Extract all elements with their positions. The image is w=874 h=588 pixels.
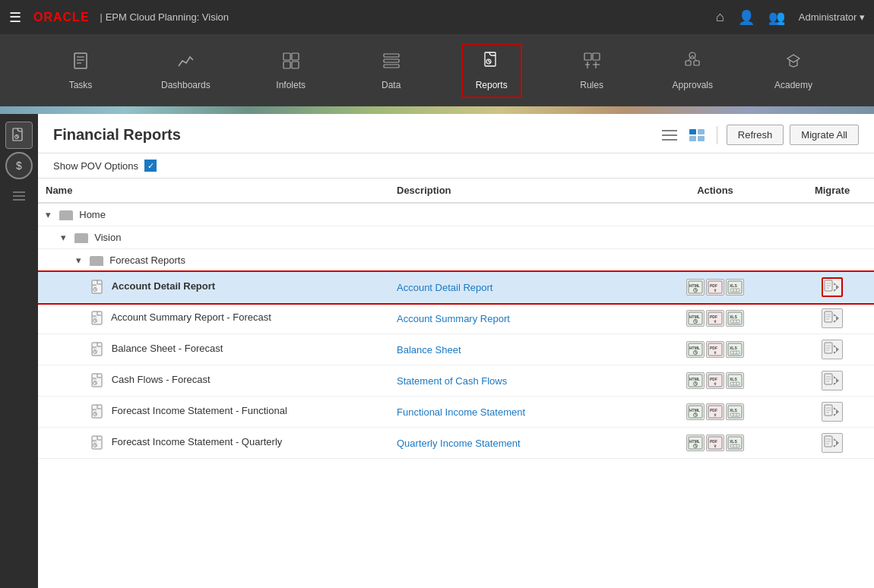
svg-text:XLS: XLS: [730, 283, 737, 288]
html-action-button[interactable]: HTML: [686, 403, 705, 420]
migrate-all-button[interactable]: Migrate All: [790, 125, 859, 145]
svg-rect-6: [283, 62, 290, 68]
grid-view-button[interactable]: [686, 126, 708, 144]
group-icon[interactable]: 👥: [768, 9, 785, 26]
pov-checkbox[interactable]: ✓: [144, 160, 157, 172]
tasks-icon: [71, 51, 90, 75]
html-action-button[interactable]: HTML: [686, 341, 705, 358]
report-description[interactable]: Account Detail Report: [397, 282, 492, 293]
home-icon[interactable]: ⌂: [716, 9, 724, 25]
user-menu[interactable]: Administrator: [799, 11, 865, 23]
person-icon[interactable]: 👤: [738, 9, 755, 26]
report-description[interactable]: Statement of Cash Flows: [397, 375, 507, 387]
nav-item-approvals[interactable]: Approvals: [662, 45, 724, 96]
decorative-banner: [0, 106, 874, 114]
hamburger-menu[interactable]: ☰: [9, 9, 21, 26]
html-action-button[interactable]: HTML: [686, 279, 705, 296]
table-row[interactable]: FR Forecast Income Statement - Functiona…: [38, 397, 874, 428]
action-icons-group: HTML PDF: [648, 372, 783, 389]
action-icons-group: HTML PDF: [648, 435, 783, 451]
migrate-button[interactable]: [822, 308, 843, 328]
svg-rect-7: [292, 62, 299, 68]
xls-action-button[interactable]: XLS: [726, 279, 744, 296]
migrate-button[interactable]: [822, 340, 843, 359]
app-title: EPM Cloud Planning: Vision: [106, 11, 229, 23]
html-action-button[interactable]: HTML: [686, 435, 705, 451]
collapse-arrow[interactable]: ▾: [76, 254, 84, 266]
svg-text:FR: FR: [93, 346, 97, 349]
toolbar: Show POV Options ✓: [38, 153, 874, 179]
pdf-action-button[interactable]: PDF: [706, 435, 724, 451]
xls-action-button[interactable]: XLS: [726, 372, 744, 389]
svg-text:XLS: XLS: [730, 408, 737, 413]
report-description[interactable]: Balance Sheet: [397, 344, 461, 356]
data-label: Data: [382, 80, 401, 90]
folder-icon: [74, 233, 88, 243]
xls-action-button[interactable]: XLS: [726, 341, 744, 358]
report-name: Account Detail Report: [112, 281, 216, 292]
svg-text:PDF: PDF: [710, 439, 717, 444]
table-row[interactable]: ▾ Vision: [38, 226, 874, 249]
academy-icon: [784, 51, 803, 75]
main-layout: $ Financial Reports Refresh Migrate All: [0, 114, 874, 588]
nav-item-infolets[interactable]: Infolets: [261, 45, 321, 96]
table-row[interactable]: ▾ Forecast Reports: [38, 249, 874, 272]
svg-text:XLS: XLS: [730, 377, 737, 381]
table-row[interactable]: FR Balance Sheet - Forecast Balance Shee…: [38, 334, 874, 365]
report-name: Forecast Income Statement - Quarterly: [112, 437, 283, 448]
nav-item-rules[interactable]: Rules: [562, 45, 622, 96]
report-description[interactable]: Functional Income Statement: [397, 406, 525, 418]
sidebar-reports-btn[interactable]: [5, 122, 33, 149]
list-view-button[interactable]: [659, 126, 680, 144]
report-file-icon: FR: [91, 311, 105, 326]
sidebar-financial-btn[interactable]: $: [5, 152, 33, 179]
report-name-cell: FR Forecast Income Statement - Functiona…: [38, 397, 389, 428]
pdf-action-button[interactable]: PDF: [706, 341, 724, 358]
col-actions: Actions: [640, 179, 790, 203]
report-description-cell: Account Summary Report: [389, 303, 640, 334]
sidebar-list-btn[interactable]: [5, 182, 33, 210]
report-name: Forecast Income Statement - Functional: [112, 406, 287, 417]
collapse-arrow[interactable]: ▾: [61, 232, 68, 243]
nav-item-dashboards[interactable]: Dashboards: [150, 45, 221, 96]
nav-item-tasks[interactable]: Tasks: [50, 45, 111, 96]
pdf-action-button[interactable]: PDF: [706, 310, 724, 327]
report-description-cell: Balance Sheet: [389, 334, 640, 365]
svg-rect-22: [686, 61, 691, 65]
nav-item-academy[interactable]: Academy: [763, 45, 824, 96]
academy-label: Academy: [774, 80, 812, 90]
table-row[interactable]: FR Cash Flows - Forecast Statement of Ca…: [38, 365, 874, 397]
collapse-arrow[interactable]: ▾: [46, 209, 53, 220]
html-action-button[interactable]: HTML: [686, 310, 705, 327]
report-actions-cell: HTML PDF: [640, 303, 790, 334]
table-row[interactable]: FR Account Summary Report - Forecast Acc…: [38, 303, 874, 334]
table-row[interactable]: ▾ Home: [38, 203, 874, 226]
html-action-button[interactable]: HTML: [686, 372, 705, 389]
migrate-button[interactable]: [822, 402, 843, 422]
report-description[interactable]: Quarterly Income Statement: [397, 438, 521, 449]
nav-item-reports[interactable]: Reports: [461, 43, 522, 98]
table-row[interactable]: FR Account Detail Report Account Detail …: [38, 272, 874, 303]
xls-action-button[interactable]: XLS: [726, 403, 744, 420]
pdf-action-button[interactable]: PDF: [706, 372, 724, 389]
top-bar: ☰ ORACLE | EPM Cloud Planning: Vision ⌂ …: [0, 0, 874, 34]
pdf-action-button[interactable]: PDF: [706, 279, 724, 296]
report-migrate-cell: [790, 428, 874, 459]
reports-label: Reports: [476, 80, 508, 90]
report-migrate-cell: [790, 365, 874, 397]
report-name-cell: FR Balance Sheet - Forecast: [38, 334, 389, 365]
xls-action-button[interactable]: XLS: [726, 310, 744, 327]
dashboards-label: Dashboards: [161, 80, 211, 90]
migrate-button[interactable]: [822, 277, 843, 297]
migrate-button[interactable]: [822, 433, 843, 453]
xls-action-button[interactable]: XLS: [726, 435, 744, 451]
nav-bar: Tasks Dashboards Infolets Data Reports R…: [0, 34, 874, 106]
nav-item-data[interactable]: Data: [361, 45, 422, 96]
migrate-button[interactable]: [822, 371, 843, 390]
refresh-button[interactable]: Refresh: [727, 125, 784, 145]
table-row[interactable]: FR Forecast Income Statement - Quarterly…: [38, 428, 874, 459]
rules-icon: [582, 51, 602, 75]
header-divider: [717, 126, 717, 144]
report-description[interactable]: Account Summary Report: [397, 313, 510, 324]
pdf-action-button[interactable]: PDF: [706, 403, 724, 420]
